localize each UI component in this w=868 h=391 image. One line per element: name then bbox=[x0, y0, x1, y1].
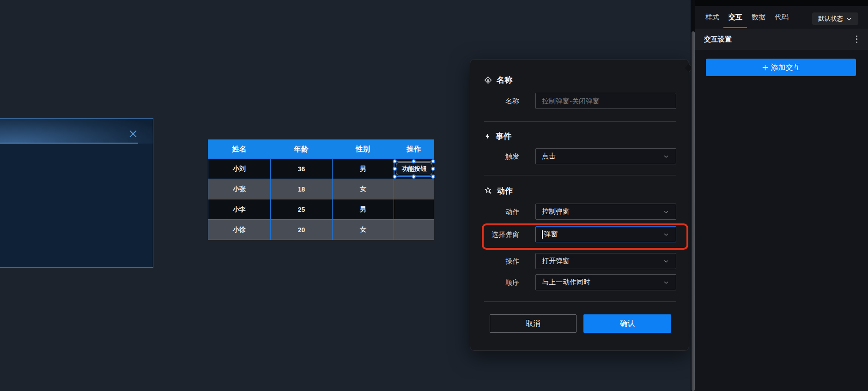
choose-popup-field-label: 选择弹窗 bbox=[484, 226, 519, 242]
tab-code[interactable]: 代码 bbox=[775, 13, 789, 22]
selection-handle[interactable] bbox=[393, 167, 397, 171]
action-section-header: 动作 bbox=[484, 185, 513, 196]
table-header-cell: 年龄 bbox=[270, 140, 332, 158]
operation-select[interactable]: 打开弹窗 bbox=[535, 253, 676, 269]
panel-title: 交互设置 bbox=[704, 35, 732, 44]
selection-rect bbox=[395, 161, 433, 177]
cancel-button[interactable]: 取消 bbox=[490, 314, 577, 333]
choose-popup-select[interactable]: 弹窗 bbox=[535, 226, 676, 242]
confirm-button[interactable]: 确认 bbox=[583, 314, 671, 333]
select-value: 弹窗 bbox=[544, 230, 558, 239]
operation-field-label: 操作 bbox=[484, 253, 519, 269]
diamond-tag-icon bbox=[484, 76, 492, 84]
tab-style[interactable]: 样式 bbox=[705, 13, 719, 22]
close-icon[interactable] bbox=[128, 129, 138, 139]
table-cell: 女 bbox=[332, 220, 394, 240]
chevron-down-icon bbox=[662, 258, 670, 265]
table-cell: 小李 bbox=[208, 199, 270, 219]
table-cell: 36 bbox=[270, 159, 332, 179]
table-header-cell: 姓名 bbox=[208, 140, 270, 158]
table-header-cell: 操作 bbox=[394, 140, 434, 158]
interaction-dialog: 名称 名称 事件 触发 点击 动作 动作 控制弹窗 选择弹窗 弹窗 bbox=[470, 59, 689, 351]
section-title: 动作 bbox=[497, 186, 513, 196]
table-header-cell: 性别 bbox=[332, 140, 394, 158]
kebab-menu-icon[interactable] bbox=[854, 34, 860, 45]
tab-interaction[interactable]: 交互 bbox=[728, 13, 742, 22]
select-value: 与上一动作同时 bbox=[542, 278, 590, 287]
add-interaction-button[interactable]: 添加交互 bbox=[706, 59, 856, 76]
chevron-down-icon bbox=[662, 208, 670, 216]
selection-handle[interactable] bbox=[431, 167, 435, 171]
panel-divider bbox=[691, 0, 695, 391]
star-sparkle-icon bbox=[484, 186, 492, 195]
order-select[interactable]: 与上一动作同时 bbox=[535, 274, 676, 290]
table-row: 小刘 36 男 功能按钮 bbox=[208, 158, 434, 179]
divider bbox=[484, 301, 676, 302]
selection-handle[interactable] bbox=[412, 159, 416, 163]
selection-handle[interactable] bbox=[393, 159, 397, 163]
popup-widget[interactable] bbox=[0, 118, 153, 268]
tab-data[interactable]: 数据 bbox=[752, 13, 765, 22]
order-field-label: 顺序 bbox=[484, 274, 519, 290]
table-cell: 小刘 bbox=[208, 159, 270, 179]
trigger-select[interactable]: 点击 bbox=[535, 148, 676, 164]
table-cell: 20 bbox=[270, 220, 332, 240]
table-row: 小张 18 女 bbox=[208, 179, 434, 199]
table-cell: 小徐 bbox=[208, 220, 270, 240]
popup-widget-header bbox=[0, 119, 153, 144]
selection-handle[interactable] bbox=[431, 159, 435, 163]
table-cell: 25 bbox=[270, 199, 332, 219]
action-field-label: 动作 bbox=[484, 204, 519, 220]
selection-handle[interactable] bbox=[431, 174, 435, 179]
table-cell: 女 bbox=[332, 179, 394, 199]
table-cell: 男 bbox=[332, 199, 394, 219]
table-cell: 18 bbox=[270, 179, 332, 199]
trigger-field-label: 触发 bbox=[484, 148, 519, 164]
table-widget[interactable]: 姓名 年龄 性别 操作 小刘 36 男 功能按钮 bbox=[208, 139, 434, 240]
right-sidebar: 样式 交互 数据 代码 默认状态 交互设置 添加交互 bbox=[695, 0, 868, 391]
table-action-cell: 功能按钮 bbox=[394, 159, 434, 179]
table-row: 小李 25 男 bbox=[208, 199, 434, 219]
select-value: 点击 bbox=[542, 152, 556, 161]
table-action-cell bbox=[394, 179, 434, 199]
add-interaction-label: 添加交互 bbox=[771, 63, 801, 72]
selection-handle[interactable] bbox=[412, 174, 416, 179]
table-action-cell bbox=[394, 199, 434, 219]
state-selector-value: 默认状态 bbox=[818, 15, 843, 23]
table-action-cell bbox=[394, 220, 434, 240]
action-select[interactable]: 控制弹窗 bbox=[535, 204, 676, 220]
section-title: 名称 bbox=[497, 75, 512, 85]
name-input[interactable] bbox=[535, 93, 676, 109]
chevron-down-icon bbox=[662, 279, 670, 286]
selection-handle[interactable] bbox=[393, 174, 397, 179]
event-section-header: 事件 bbox=[484, 131, 511, 142]
divider bbox=[484, 175, 676, 175]
table-cell: 男 bbox=[332, 159, 394, 179]
state-selector[interactable]: 默认状态 bbox=[812, 12, 858, 25]
name-section-header: 名称 bbox=[484, 74, 512, 85]
lightning-icon bbox=[484, 132, 491, 140]
sidebar-top-strip bbox=[695, 0, 868, 6]
table-header-row: 姓名 年龄 性别 操作 bbox=[208, 140, 434, 158]
table-cell: 小张 bbox=[208, 179, 270, 199]
text-caret bbox=[542, 230, 543, 239]
active-tab-underline bbox=[723, 27, 747, 28]
divider bbox=[484, 121, 676, 122]
chevron-down-icon bbox=[662, 231, 670, 238]
plus-icon bbox=[762, 64, 769, 71]
select-value: 控制弹窗 bbox=[542, 207, 570, 216]
chevron-down-icon bbox=[846, 16, 852, 22]
interaction-settings-header: 交互设置 bbox=[695, 29, 868, 50]
section-title: 事件 bbox=[496, 131, 511, 142]
chevron-down-icon bbox=[662, 153, 670, 160]
table-row: 小徐 20 女 bbox=[208, 219, 434, 240]
name-field-label: 名称 bbox=[484, 93, 519, 109]
scrollbar-thumb[interactable] bbox=[692, 31, 695, 391]
select-value: 打开弹窗 bbox=[542, 257, 570, 265]
